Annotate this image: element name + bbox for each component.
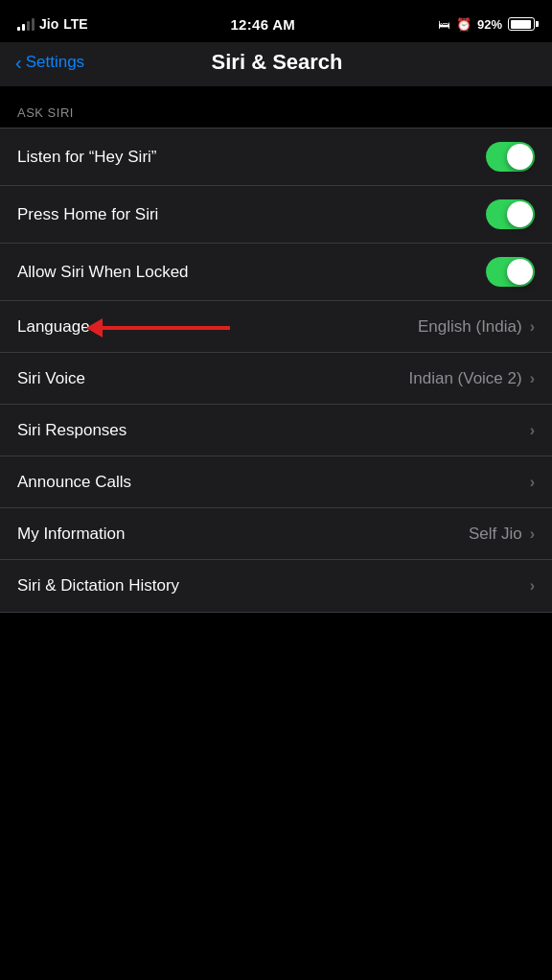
allow-siri-locked-right (486, 257, 535, 287)
battery-icon (508, 17, 535, 31)
toggle-knob (507, 144, 533, 170)
siri-voice-label: Siri Voice (17, 369, 85, 388)
siri-dictation-history-right: › (530, 577, 535, 595)
siri-voice-right: Indian (Voice 2) › (409, 369, 535, 388)
my-information-chevron-icon: › (530, 525, 535, 543)
announce-calls-chevron-icon: › (530, 474, 535, 491)
siri-responses-chevron-icon: › (530, 422, 535, 439)
red-arrow (81, 311, 235, 345)
page-title: Siri & Search (84, 50, 470, 75)
listen-hey-siri-toggle[interactable] (486, 142, 535, 172)
listen-hey-siri-right (486, 142, 535, 172)
siri-dictation-history-label: Siri & Dictation History (17, 576, 179, 595)
toggle-knob (507, 201, 533, 227)
back-label: Settings (26, 53, 84, 72)
press-home-siri-right (486, 199, 535, 229)
announce-calls-right: › (530, 474, 535, 491)
language-row[interactable]: Language English (India) › (0, 301, 552, 353)
status-bar: Jio LTE 12:46 AM 🛏 ⏰ 92% (0, 0, 552, 42)
siri-dictation-history-row[interactable]: Siri & Dictation History › (0, 560, 552, 612)
allow-siri-locked-toggle[interactable] (486, 257, 535, 287)
time-label: 12:46 AM (230, 16, 295, 33)
press-home-siri-label: Press Home for Siri (17, 205, 158, 224)
language-label: Language (17, 317, 90, 337)
press-home-siri-toggle[interactable] (486, 199, 535, 229)
siri-voice-chevron-icon: › (530, 370, 535, 387)
signal-bars (17, 17, 34, 31)
press-home-siri-row[interactable]: Press Home for Siri (0, 186, 552, 244)
status-right: 🛏 ⏰ 92% (438, 17, 535, 32)
announce-calls-row[interactable]: Announce Calls › (0, 456, 552, 508)
my-information-label: My Information (17, 525, 125, 544)
back-button[interactable]: ‹ Settings (15, 53, 84, 72)
ask-siri-header: ASK SIRI (0, 86, 552, 128)
bed-icon: 🛏 (438, 17, 450, 32)
nav-bar: ‹ Settings Siri & Search (0, 42, 552, 86)
carrier-label: Jio (39, 16, 58, 32)
siri-responses-right: › (530, 422, 535, 439)
announce-calls-label: Announce Calls (17, 473, 131, 492)
network-label: LTE (63, 16, 87, 32)
allow-siri-locked-label: Allow Siri When Locked (17, 263, 189, 282)
my-information-right: Self Jio › (469, 525, 535, 544)
status-left: Jio LTE (17, 16, 88, 32)
siri-voice-value: Indian (Voice 2) (409, 369, 522, 388)
alarm-icon: ⏰ (456, 17, 472, 32)
language-chevron-icon: › (530, 318, 535, 336)
siri-dictation-history-chevron-icon: › (530, 577, 535, 595)
listen-hey-siri-row[interactable]: Listen for “Hey Siri” (0, 128, 552, 186)
siri-voice-row[interactable]: Siri Voice Indian (Voice 2) › (0, 353, 552, 405)
toggle-knob (507, 259, 533, 285)
listen-hey-siri-label: Listen for “Hey Siri” (17, 148, 156, 167)
settings-group: Listen for “Hey Siri” Press Home for Sir… (0, 128, 552, 613)
back-chevron-icon: ‹ (15, 53, 22, 72)
siri-responses-row[interactable]: Siri Responses › (0, 405, 552, 456)
language-right: English (India) › (418, 317, 535, 337)
language-value: English (India) (418, 317, 522, 337)
my-information-value: Self Jio (469, 525, 522, 544)
battery-percent: 92% (477, 17, 502, 32)
allow-siri-locked-row[interactable]: Allow Siri When Locked (0, 244, 552, 301)
my-information-row[interactable]: My Information Self Jio › (0, 508, 552, 560)
siri-responses-label: Siri Responses (17, 421, 126, 440)
